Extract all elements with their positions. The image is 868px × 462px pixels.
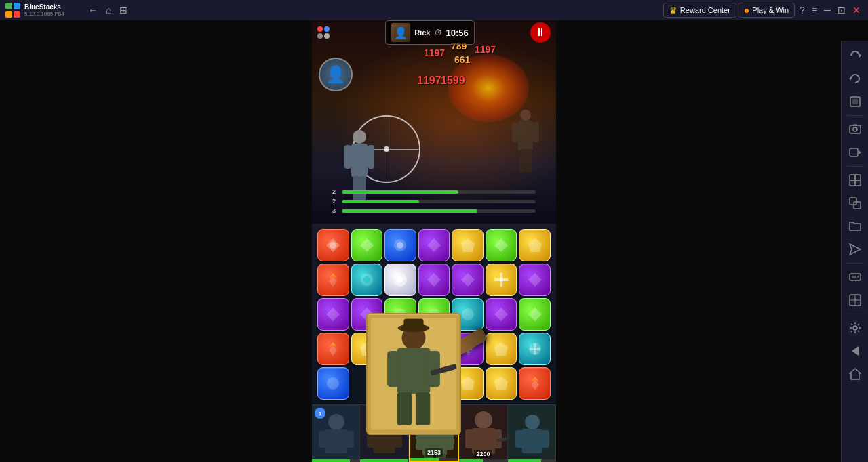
char-stat-4: 2200 [474, 450, 492, 458]
game-canvas[interactable]: 👤 Rick ⏱ 10:56 ⏸ 👤 [312, 20, 556, 462]
reward-center-button[interactable]: ♛ Reward Center [663, 3, 736, 18]
gem-r1c2[interactable] [351, 229, 383, 261]
battle-scene: 👤 Rick ⏱ 10:56 ⏸ 👤 [312, 20, 556, 224]
app-version: 5.12.0.1065 P64 [24, 11, 64, 17]
gem-r4c1[interactable] [317, 333, 349, 365]
gem-r4c6[interactable] [486, 333, 517, 365]
char-card-4[interactable]: 2200 [459, 405, 507, 462]
gem-r1c6[interactable] [486, 229, 517, 261]
char-card-5[interactable] [508, 405, 556, 462]
reward-crown-icon: ♛ [669, 5, 677, 16]
svg-rect-33 [494, 278, 508, 281]
home-button[interactable]: ⌂ [103, 3, 114, 17]
screenshot-button[interactable] [844, 119, 866, 140]
gem-r2c7[interactable] [519, 264, 551, 296]
gem-inner [492, 305, 511, 324]
svg-rect-106 [855, 175, 861, 180]
svg-point-29 [397, 276, 403, 283]
svg-rect-12 [512, 122, 518, 142]
svg-rect-15 [526, 149, 532, 173]
svg-point-53 [327, 377, 339, 390]
svg-rect-72 [346, 431, 354, 448]
grid-row-1 [317, 229, 551, 261]
minimize-button[interactable]: ─ [821, 0, 834, 20]
menu-button[interactable]: ≡ [808, 0, 821, 20]
svg-rect-94 [515, 430, 524, 448]
gem-inner [526, 270, 545, 289]
gem-r5c1[interactable] [317, 367, 349, 400]
svg-rect-52 [530, 348, 540, 350]
gem-r1c3[interactable] [384, 229, 416, 261]
gem-r1c1[interactable] [317, 229, 349, 261]
svg-point-92 [525, 415, 540, 429]
gem-r2c1[interactable] [317, 264, 349, 296]
bluestacks-title: BlueStacks 5.12.0.1065 P64 [24, 3, 64, 17]
gem-inner [323, 305, 342, 324]
gem-r1c5[interactable] [452, 229, 484, 261]
gem-r3c7[interactable] [519, 298, 551, 331]
hp-fill-1 [342, 190, 458, 194]
svg-marker-104 [859, 150, 861, 154]
back-button[interactable]: ← [85, 3, 100, 17]
play-win-label: Play & Win [752, 6, 789, 14]
help-button[interactable]: ? [796, 0, 808, 20]
sidebar-divider-1 [847, 115, 863, 116]
gamecontrols-button[interactable] [844, 289, 866, 311]
gem-r2c6-cross[interactable] [486, 264, 517, 296]
gem-inner [526, 236, 545, 255]
gem-r1c4[interactable] [418, 229, 450, 261]
svg-rect-67 [403, 318, 423, 329]
char-card-1[interactable]: 1 [312, 405, 360, 462]
close-button[interactable]: ✕ [849, 0, 864, 20]
multiinstance2-button[interactable] [844, 192, 866, 214]
gem-r3c6[interactable] [486, 298, 517, 331]
rotate-button[interactable] [844, 45, 866, 66]
gem-r3c1[interactable] [317, 298, 349, 331]
gem-r2c5[interactable] [452, 264, 484, 296]
send-button[interactable] [844, 238, 866, 260]
character-name: Rick [414, 28, 430, 37]
back-nav-button[interactable] [844, 340, 866, 362]
svg-marker-18 [360, 238, 374, 252]
recent-button[interactable]: ⊞ [117, 3, 130, 17]
gem-r2c3[interactable] [384, 264, 416, 296]
svg-rect-115 [857, 276, 859, 278]
play-win-button[interactable]: ● Play & Win [738, 3, 795, 18]
keymapping-button[interactable] [844, 266, 866, 288]
gem-inner [458, 236, 477, 255]
hp-fill-2 [342, 200, 419, 203]
svg-rect-70 [326, 429, 347, 453]
svg-marker-34 [528, 273, 542, 287]
home-nav-button[interactable] [844, 363, 866, 385]
folder-button[interactable] [844, 215, 866, 237]
enemy-character-1 [509, 108, 542, 176]
gem-r5c6[interactable] [486, 367, 517, 400]
gem-inner [492, 236, 511, 255]
gem-r2c2[interactable] [351, 264, 383, 296]
hp-num-1: 2 [332, 188, 339, 195]
pause-button[interactable]: ⏸ [530, 22, 551, 43]
settings-button[interactable] [844, 317, 866, 339]
top-hud: 👤 Rick ⏱ 10:56 ⏸ [312, 20, 556, 45]
svg-point-20 [397, 242, 403, 249]
gem-r1c7[interactable] [519, 229, 551, 261]
gem-r5c7[interactable] [519, 367, 551, 400]
gem-r4c7[interactable] [519, 333, 551, 365]
multiinstance-button[interactable] [844, 169, 866, 191]
svg-rect-5 [351, 144, 368, 177]
maximize-button[interactable]: ⊡ [834, 0, 849, 20]
layers-button[interactable] [844, 91, 866, 112]
damage-number-5: 1197 [417, 75, 441, 87]
sync-button[interactable] [844, 68, 866, 89]
svg-point-27 [363, 276, 370, 283]
palette-light [324, 33, 330, 39]
svg-rect-64 [397, 392, 412, 425]
svg-point-39 [462, 308, 474, 320]
hp-bar-2: 2 [332, 198, 536, 205]
char-stat-3: 2153 [425, 448, 443, 457]
record-button[interactable] [844, 142, 866, 163]
hp-bar-3: 3 [332, 207, 536, 214]
gem-inner [323, 236, 342, 255]
gem-r2c4[interactable] [418, 264, 450, 296]
svg-marker-24 [528, 238, 542, 252]
